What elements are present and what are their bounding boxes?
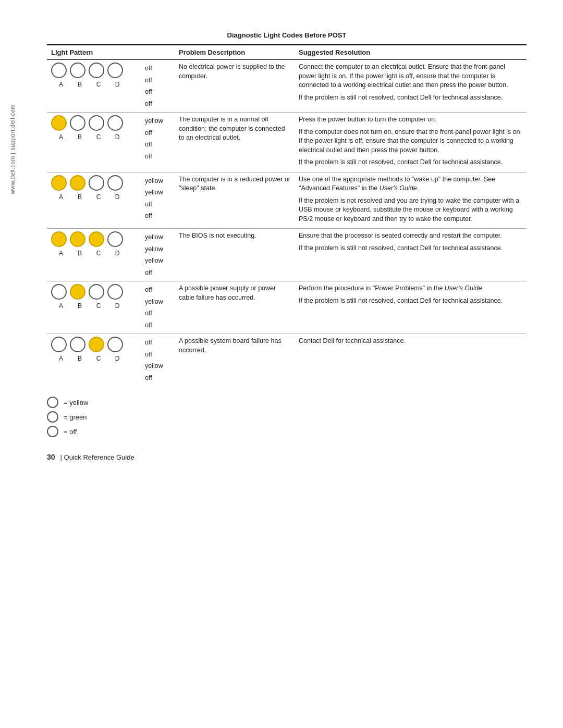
state-value: off <box>145 349 170 361</box>
abcd-label-a: A <box>53 80 69 89</box>
sidebar-text: www.dell.com | support.dell.com <box>9 104 16 194</box>
abcd-label-a: A <box>53 302 69 311</box>
resolution-cell: Use one of the appropriate methods to "w… <box>295 172 527 229</box>
state-value: yellow <box>145 360 170 372</box>
light-circle-d <box>107 63 123 78</box>
abcd-label-a: A <box>53 133 69 142</box>
page-number: 30 <box>47 453 55 461</box>
light-circle-d <box>107 337 123 352</box>
light-pattern-cell: ABCD <box>47 172 141 229</box>
state-value: off <box>145 319 170 331</box>
states-cell: offyellowoffoff <box>141 281 175 334</box>
light-circle-b <box>70 231 85 247</box>
state-value: off <box>145 372 170 384</box>
state-value: off <box>145 337 170 349</box>
light-circle-c <box>89 284 104 300</box>
col-header-state <box>141 45 175 60</box>
light-circle-a <box>51 175 67 191</box>
problem-cell: A possible power supply or power cable f… <box>175 281 295 334</box>
light-circle-d <box>107 284 123 300</box>
light-circle-a <box>51 284 67 300</box>
abcd-label-b: B <box>72 249 88 258</box>
page-container: www.dell.com | support.dell.com Diagnost… <box>0 0 563 728</box>
light-circle-c <box>89 337 104 352</box>
state-value: yellow <box>145 115 170 127</box>
state-value: yellow <box>145 296 170 308</box>
state-value: yellow <box>145 175 170 187</box>
resolution-cell: Perform the procedure in "Power Problems… <box>295 281 527 334</box>
col-header-light-pattern: Light Pattern <box>47 45 141 60</box>
col-header-problem: Problem Description <box>175 45 295 60</box>
light-circle-a <box>51 337 67 352</box>
state-value: yellow <box>145 187 170 199</box>
light-circle-c <box>89 63 104 78</box>
abcd-label-c: C <box>91 193 106 202</box>
diagnostic-table: Light Pattern Problem Description Sugges… <box>47 44 527 386</box>
abcd-label-c: C <box>91 354 106 363</box>
abcd-label-c: C <box>91 133 106 142</box>
resolution-cell: Contact Dell for technical assistance. <box>295 334 527 387</box>
legend-area: = yellow = green = off <box>47 397 527 437</box>
legend-yellow-label: = yellow <box>64 399 88 406</box>
abcd-label-a: A <box>53 249 69 258</box>
state-value: yellow <box>145 231 170 243</box>
light-circle-d <box>107 231 123 247</box>
legend-green-label: = green <box>64 413 87 421</box>
problem-cell: The computer is in a normal off conditio… <box>175 113 295 172</box>
light-circle-b <box>70 115 85 131</box>
state-value: yellow <box>145 255 170 267</box>
table-row: ABCDoffyellowoffoffA possible power supp… <box>47 281 527 334</box>
abcd-label-a: A <box>53 193 69 202</box>
light-circle-a <box>51 63 67 78</box>
resolution-cell: Connect the computer to an electrical ou… <box>295 60 527 113</box>
table-row: ABCDyellowoffoffoffThe computer is in a … <box>47 113 527 172</box>
legend-green: = green <box>47 411 527 423</box>
state-value: off <box>145 307 170 319</box>
table-row: ABCDoffoffyellowoffA possible system boa… <box>47 334 527 387</box>
states-cell: yellowoffoffoff <box>141 113 175 172</box>
legend-green-circle <box>47 411 58 423</box>
table-row: ABCDoffoffoffoffNo electrical power is s… <box>47 60 527 113</box>
abcd-label-b: B <box>72 302 88 311</box>
state-value: off <box>145 139 170 151</box>
state-value: off <box>145 127 170 139</box>
abcd-label-d: D <box>109 249 125 258</box>
problem-cell: No electrical power is supplied to the c… <box>175 60 295 113</box>
table-row: ABCDyellowyellowoffoffThe computer is in… <box>47 172 527 229</box>
abcd-label-a: A <box>53 354 69 363</box>
problem-cell: A possible system board failure has occu… <box>175 334 295 387</box>
table-row: ABCDyellowyellowyellowoffThe BIOS is not… <box>47 229 527 281</box>
state-value: off <box>145 210 170 222</box>
light-circle-a <box>51 231 67 247</box>
light-pattern-cell: ABCD <box>47 60 141 113</box>
legend-yellow-circle <box>47 397 58 408</box>
states-cell: yellowyellowyellowoff <box>141 229 175 281</box>
state-value: off <box>145 63 170 75</box>
abcd-label-d: D <box>109 133 125 142</box>
states-cell: yellowyellowoffoff <box>141 172 175 229</box>
state-value: off <box>145 151 170 163</box>
light-circle-c <box>89 175 104 191</box>
state-value: off <box>145 86 170 98</box>
abcd-label-c: C <box>91 302 106 311</box>
resolution-cell: Ensure that the processor is seated corr… <box>295 229 527 281</box>
state-value: off <box>145 267 170 279</box>
light-circle-c <box>89 231 104 247</box>
state-value: off <box>145 75 170 87</box>
abcd-label-c: C <box>91 249 106 258</box>
light-circle-c <box>89 115 104 131</box>
legend-off-circle <box>47 426 58 437</box>
problem-cell: The computer is in a reduced power or "s… <box>175 172 295 229</box>
abcd-label-b: B <box>72 80 88 89</box>
states-cell: offoffyellowoff <box>141 334 175 387</box>
section-title: Diagnostic Light Codes Before POST <box>47 31 527 39</box>
light-pattern-cell: ABCD <box>47 281 141 334</box>
abcd-label-d: D <box>109 193 125 202</box>
problem-cell: The BIOS is not executing. <box>175 229 295 281</box>
abcd-label-d: D <box>109 354 125 363</box>
state-value: off <box>145 284 170 296</box>
col-header-resolution: Suggested Resolution <box>295 45 527 60</box>
abcd-label-c: C <box>91 80 106 89</box>
footer-label: | Quick Reference Guide <box>60 453 134 461</box>
light-circle-b <box>70 175 85 191</box>
